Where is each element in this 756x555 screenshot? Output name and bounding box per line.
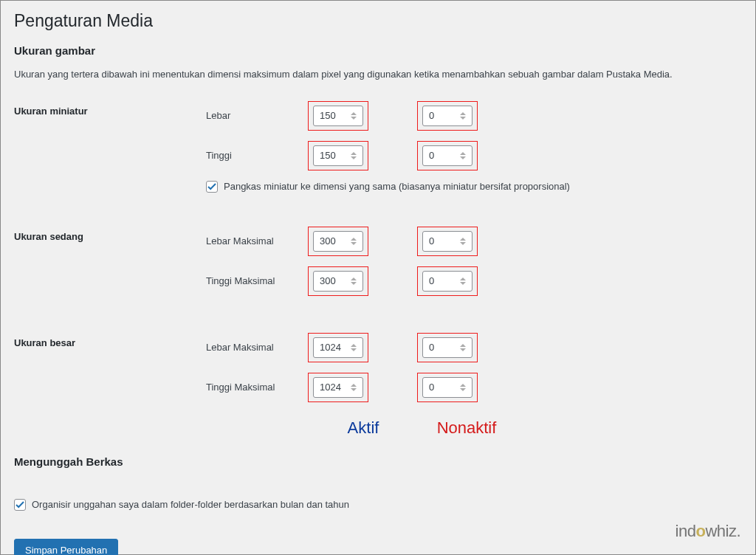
thumbnail-height-line: Tinggi 150 0 <box>206 141 742 170</box>
thumbnail-crop-checkbox[interactable] <box>206 181 218 193</box>
input-value: 150 <box>320 150 336 161</box>
spinner-icon[interactable] <box>351 233 361 249</box>
input-value: 0 <box>429 275 434 286</box>
organize-uploads-checkbox[interactable] <box>14 499 26 511</box>
spinner-icon[interactable] <box>351 108 361 124</box>
inactive-highlight: 0 <box>417 141 478 170</box>
annotation-row: Aktif Nonaktif <box>14 418 742 438</box>
medium-fields: Lebar Maksimal 300 0 Tinggi Maksimal <box>206 227 742 306</box>
thumbnail-crop-label: Pangkas miniatur ke dimensi yang sama (b… <box>224 181 570 192</box>
medium-row: Ukuran sedang Lebar Maksimal 300 0 <box>14 227 742 306</box>
active-highlight: 300 <box>308 227 368 256</box>
spinner-icon[interactable] <box>351 148 361 164</box>
input-value: 0 <box>429 110 434 121</box>
medium-width-line: Lebar Maksimal 300 0 <box>206 227 742 256</box>
large-width-label: Lebar Maksimal <box>206 342 308 353</box>
page-title: Pengaturan Media <box>14 11 742 31</box>
medium-label: Ukuran sedang <box>14 227 206 242</box>
active-highlight: 150 <box>308 141 368 170</box>
check-icon <box>16 500 24 509</box>
input-value: 1024 <box>320 342 341 353</box>
spinner-icon[interactable] <box>460 148 470 164</box>
spinner-icon[interactable] <box>351 273 361 289</box>
thumbnail-width-input[interactable]: 150 <box>313 106 363 126</box>
spinner-icon[interactable] <box>351 379 361 396</box>
watermark-part1: ind <box>676 522 696 540</box>
image-sizes-heading: Ukuran gambar <box>14 44 742 57</box>
organize-uploads-line: Organisir unggahan saya dalam folder-fol… <box>14 499 742 511</box>
spinner-icon[interactable] <box>351 339 361 356</box>
thumbnail-height-label: Tinggi <box>206 150 308 161</box>
large-label: Ukuran besar <box>14 333 206 348</box>
active-highlight: 300 <box>308 266 368 296</box>
large-height-inactive-input[interactable]: 0 <box>422 377 472 398</box>
organize-uploads-label: Organisir unggahan saya dalam folder-fol… <box>32 499 349 510</box>
thumbnail-crop-line: Pangkas miniatur ke dimensi yang sama (b… <box>206 181 742 193</box>
thumbnail-width-label: Lebar <box>206 110 308 121</box>
uploading-heading: Mengunggah Berkas <box>14 455 742 468</box>
thumbnail-row: Ukuran miniatur Lebar 150 0 <box>14 101 742 200</box>
active-highlight: 150 <box>308 101 368 131</box>
active-highlight: 1024 <box>308 333 368 362</box>
large-height-label: Tinggi Maksimal <box>206 382 308 393</box>
spinner-icon[interactable] <box>460 379 470 396</box>
large-height-input[interactable]: 1024 <box>313 377 363 398</box>
medium-height-input[interactable]: 300 <box>313 271 363 292</box>
inactive-highlight: 0 <box>417 373 478 402</box>
watermark-part2: whiz. <box>705 522 740 540</box>
large-row: Ukuran besar Lebar Maksimal 1024 0 <box>14 333 742 413</box>
input-value: 0 <box>429 235 434 247</box>
input-value: 0 <box>429 382 434 393</box>
thumbnail-width-inactive-input[interactable]: 0 <box>422 106 472 126</box>
medium-height-label: Tinggi Maksimal <box>206 275 308 286</box>
thumbnail-height-input[interactable]: 150 <box>313 145 363 166</box>
watermark: indowhiz. <box>676 522 740 541</box>
large-width-line: Lebar Maksimal 1024 0 <box>206 333 742 362</box>
input-value: 0 <box>429 342 434 353</box>
thumbnail-height-inactive-input[interactable]: 0 <box>422 145 472 166</box>
medium-height-line: Tinggi Maksimal 300 0 <box>206 266 742 296</box>
save-button[interactable]: Simpan Perubahan <box>14 539 118 556</box>
large-fields: Lebar Maksimal 1024 0 Tinggi Maksimal <box>206 333 742 413</box>
spinner-icon[interactable] <box>460 108 470 124</box>
check-icon <box>207 182 216 191</box>
spinner-icon[interactable] <box>460 273 470 289</box>
input-value: 300 <box>320 235 336 247</box>
inactive-highlight: 0 <box>417 333 478 362</box>
media-settings-page: Pengaturan Media Ukuran gambar Ukuran ya… <box>0 0 756 555</box>
medium-width-input[interactable]: 300 <box>313 231 363 252</box>
spinner-icon[interactable] <box>460 339 470 356</box>
inactive-highlight: 0 <box>417 227 478 256</box>
thumbnail-width-line: Lebar 150 0 <box>206 101 742 131</box>
input-value: 1024 <box>320 382 341 393</box>
thumbnail-fields: Lebar 150 0 Tinggi <box>206 101 742 200</box>
medium-height-inactive-input[interactable]: 0 <box>422 271 472 292</box>
inactive-highlight: 0 <box>417 101 478 131</box>
input-value: 300 <box>320 275 336 286</box>
image-sizes-description: Ukuran yang tertera dibawah ini menentuk… <box>14 67 742 82</box>
medium-width-label: Lebar Maksimal <box>206 235 308 247</box>
spinner-icon[interactable] <box>460 233 470 249</box>
medium-width-inactive-input[interactable]: 0 <box>422 231 472 252</box>
annotation-inactive: Nonaktif <box>419 418 515 438</box>
large-width-input[interactable]: 1024 <box>313 337 363 358</box>
watermark-o: o <box>695 522 705 540</box>
annotation-active: Aktif <box>308 418 419 438</box>
inactive-highlight: 0 <box>417 266 478 296</box>
large-height-line: Tinggi Maksimal 1024 0 <box>206 373 742 402</box>
thumbnail-label: Ukuran miniatur <box>14 101 206 117</box>
input-value: 0 <box>429 150 434 161</box>
input-value: 150 <box>320 110 336 121</box>
large-width-inactive-input[interactable]: 0 <box>422 337 472 358</box>
active-highlight: 1024 <box>308 373 368 402</box>
